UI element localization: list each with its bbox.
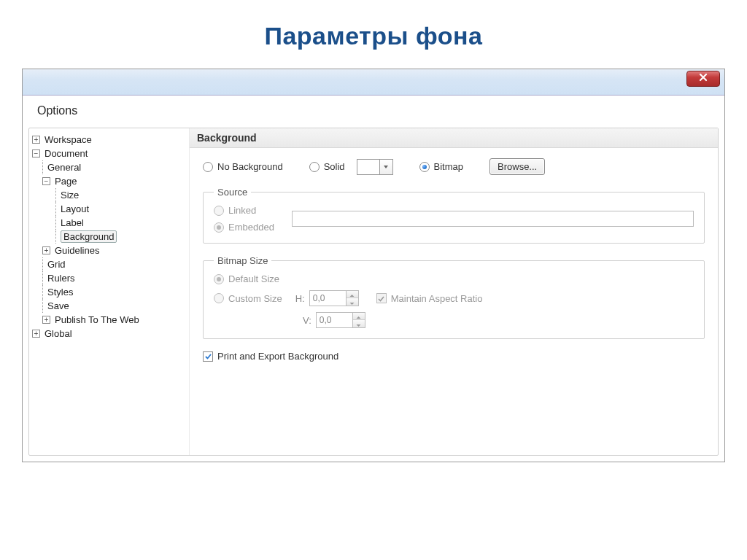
titlebar (23, 69, 724, 96)
v-input (316, 312, 352, 328)
spin-down-button (353, 320, 365, 327)
checkbox-icon (203, 351, 213, 362)
source-legend: Source (214, 187, 251, 198)
h-label: H: (295, 293, 305, 304)
tree-label: Save (47, 300, 69, 311)
tree-item-page[interactable]: − Page (32, 174, 186, 188)
radio-label: Solid (324, 161, 345, 172)
close-icon (698, 72, 708, 85)
radio-label: Linked (228, 205, 256, 216)
radio-custom-size: Custom Size (214, 293, 282, 304)
tree-label: Rulers (47, 273, 75, 284)
radio-solid[interactable]: Solid (309, 161, 345, 172)
radio-icon (203, 162, 213, 172)
panel-header: Background (190, 128, 718, 148)
tree-item-grid[interactable]: Grid (32, 257, 186, 271)
tree-item-guidelines[interactable]: + Guidelines (32, 244, 186, 257)
radio-icon (214, 274, 224, 284)
radio-default-size: Default Size (214, 273, 694, 284)
tree-item-size[interactable]: Size (32, 188, 186, 202)
tree-label: Page (55, 176, 77, 187)
tree-label: Size (61, 190, 79, 201)
solid-color-swatch[interactable] (357, 159, 380, 175)
tree-item-save[interactable]: Save (32, 299, 186, 313)
options-window: Options + Workspace − Document General −… (22, 69, 725, 462)
tree-label: Document (44, 148, 88, 159)
tree-item-general[interactable]: General (32, 160, 186, 174)
expand-icon[interactable]: + (32, 330, 40, 338)
chevron-down-icon (383, 161, 389, 172)
v-spinner (316, 312, 365, 328)
radio-linked: Linked (214, 205, 274, 216)
h-input (309, 290, 346, 306)
collapse-icon[interactable]: − (32, 149, 40, 158)
tree-item-rulers[interactable]: Rulers (32, 271, 186, 285)
tree-label: General (47, 162, 81, 173)
content-panel: Background No Background Solid (190, 128, 718, 455)
expand-icon[interactable]: + (42, 246, 50, 254)
chevron-down-icon (356, 319, 361, 330)
client-area: + Workspace − Document General − Page Si… (28, 128, 719, 456)
tree-item-global[interactable]: + Global (32, 327, 186, 341)
radio-icon (214, 206, 224, 216)
expand-icon[interactable]: + (32, 136, 40, 144)
checkbox-label: Maintain Aspect Ratio (391, 293, 483, 304)
tree-item-background[interactable]: Background (32, 230, 186, 244)
tree-label: Grid (47, 259, 66, 270)
tree-label: Background (61, 230, 117, 243)
print-export-checkbox[interactable]: Print and Export Background (203, 351, 705, 362)
tree-label: Label (61, 217, 84, 228)
source-group: Source Linked Embedded (203, 187, 705, 244)
tree-label: Styles (47, 287, 73, 298)
aspect-ratio-checkbox: Maintain Aspect Ratio (376, 293, 483, 304)
tree-label: Guidelines (55, 245, 99, 256)
bitmap-size-group: Bitmap Size Default Size Custom Size H: (203, 255, 705, 339)
radio-icon (309, 162, 320, 172)
source-path-field[interactable] (292, 211, 694, 227)
radio-embedded: Embedded (214, 222, 274, 233)
collapse-icon[interactable]: − (42, 177, 50, 185)
radio-label: Embedded (228, 222, 274, 233)
expand-icon[interactable]: + (42, 316, 50, 324)
radio-label: No Background (217, 161, 283, 172)
tree-item-label[interactable]: Label (32, 216, 186, 230)
browse-button[interactable]: Browse... (489, 158, 545, 175)
radio-icon (419, 162, 430, 172)
tree-label: Publish To The Web (55, 314, 139, 325)
tree-label: Layout (61, 203, 89, 214)
spin-down-button (347, 298, 358, 306)
v-label: V: (303, 315, 311, 326)
radio-icon (214, 293, 224, 303)
radio-label: Bitmap (434, 161, 463, 172)
tree-item-publish[interactable]: + Publish To The Web (32, 313, 186, 327)
radio-label: Custom Size (228, 293, 282, 304)
checkbox-icon (376, 293, 387, 303)
radio-bitmap[interactable]: Bitmap (419, 161, 463, 172)
tree-item-document[interactable]: − Document (32, 147, 186, 160)
checkbox-label: Print and Export Background (217, 351, 338, 362)
tree-item-layout[interactable]: Layout (32, 202, 186, 216)
slide-title: Параметры фона (0, 22, 747, 50)
tree-label: Workspace (44, 134, 92, 145)
tree-label: Global (44, 328, 72, 339)
radio-icon (214, 222, 224, 233)
chevron-down-icon (349, 297, 355, 308)
window-title: Options (37, 104, 77, 117)
bitmap-size-legend: Bitmap Size (214, 255, 271, 266)
radio-label: Default Size (228, 273, 279, 284)
color-dropdown-button[interactable] (380, 159, 393, 175)
close-button[interactable] (686, 71, 720, 87)
options-tree: + Workspace − Document General − Page Si… (29, 128, 190, 455)
radio-no-background[interactable]: No Background (203, 161, 283, 172)
tree-item-workspace[interactable]: + Workspace (32, 133, 186, 147)
tree-item-styles[interactable]: Styles (32, 285, 186, 299)
h-spinner (309, 290, 359, 306)
